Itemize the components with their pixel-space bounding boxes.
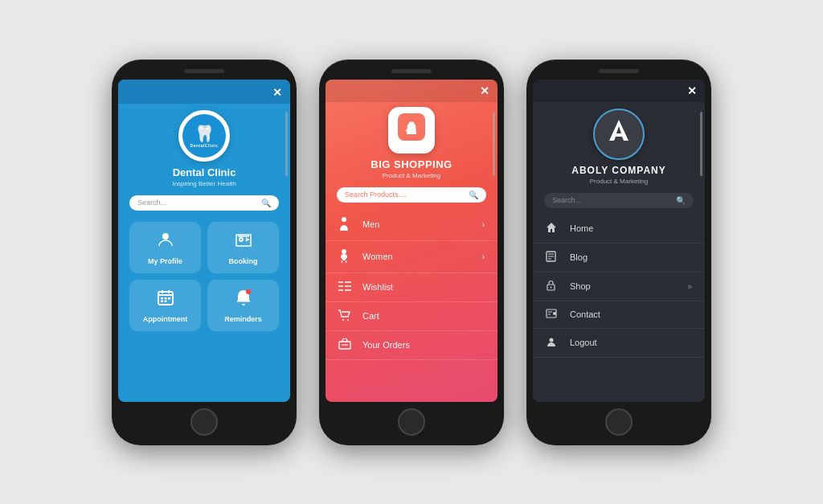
- svg-rect-7: [164, 300, 166, 302]
- aboly-search-placeholder: Search...: [552, 196, 676, 204]
- aboly-scrollbar: [700, 112, 702, 176]
- shopping-search-placeholder: Search Products....: [345, 191, 469, 199]
- women-icon: [338, 248, 354, 265]
- svg-point-31: [553, 312, 556, 315]
- dental-logo-wrap: 🦷 DentalClinic: [178, 110, 230, 162]
- women-chevron: ›: [482, 252, 485, 261]
- cart-icon: [338, 309, 354, 323]
- shopping-menu-list: Men › Women ›: [326, 206, 497, 402]
- blog-icon: [546, 251, 562, 264]
- dental-close-button[interactable]: ✕: [272, 86, 282, 99]
- dental-subtitle: Inspiring Better Health: [172, 180, 235, 187]
- dental-logo-text: DentalClinic: [190, 143, 219, 148]
- phones-container: ✕ 🦷 DentalClinic Dental Clinic Inspiring…: [96, 43, 727, 461]
- logout-icon: [546, 336, 562, 350]
- dental-home-button[interactable]: [190, 408, 218, 436]
- shopping-title: BIG SHOPPING: [371, 158, 452, 170]
- men-chevron: ›: [482, 220, 485, 229]
- svg-point-19: [347, 319, 349, 321]
- dental-menu-appointment[interactable]: Appointment: [129, 280, 201, 331]
- dental-reminders-label: Reminders: [224, 315, 262, 323]
- shopping-header: ✕: [326, 80, 497, 102]
- dental-header: ✕: [118, 80, 290, 104]
- home-label: Home: [570, 223, 692, 233]
- aboly-home-button[interactable]: [605, 408, 633, 436]
- svg-point-8: [246, 289, 251, 294]
- svg-rect-3: [161, 297, 163, 300]
- phone-screen-aboly: ✕ ABOLY COMPANY Product & Marketing Sear…: [533, 80, 705, 402]
- aboly-header: ✕: [533, 80, 705, 102]
- phone-shopping: ✕ BIG SHOPPING Product & Marketing: [319, 59, 504, 445]
- dental-booking-label: Booking: [229, 257, 258, 265]
- shopping-logo-wrap: [388, 107, 435, 154]
- wishlist-icon: [338, 281, 354, 294]
- dental-logo-inner: 🦷 DentalClinic: [182, 114, 226, 158]
- aboly-menu-logout[interactable]: Logout: [533, 329, 705, 358]
- svg-point-32: [550, 338, 554, 342]
- svg-point-10: [342, 217, 346, 222]
- svg-rect-5: [168, 297, 170, 300]
- svg-point-0: [162, 233, 169, 240]
- shopping-menu-men[interactable]: Men ›: [326, 209, 497, 241]
- wishlist-label: Wishlist: [362, 282, 485, 292]
- aboly-screen: ✕ ABOLY COMPANY Product & Marketing Sear…: [533, 80, 705, 402]
- aboly-menu-list: Home Blog: [533, 211, 705, 402]
- aboly-menu-contact[interactable]: Contact: [533, 301, 705, 329]
- dental-menu-reminders[interactable]: Reminders: [207, 280, 279, 331]
- shop-lock-icon: [546, 280, 562, 293]
- aboly-menu-shop[interactable]: Shop »: [533, 272, 705, 301]
- shopping-home-button[interactable]: [398, 408, 425, 436]
- dental-menu-grid: My Profile Booking: [118, 215, 290, 338]
- dental-search-bar[interactable]: Search... 🔍: [129, 195, 279, 211]
- phone-speaker-2: [391, 69, 432, 73]
- dental-menu-booking[interactable]: Booking: [207, 222, 279, 273]
- aboly-menu-home[interactable]: Home: [533, 215, 705, 244]
- aboly-close-button[interactable]: ✕: [687, 84, 697, 97]
- shopping-screen: ✕ BIG SHOPPING Product & Marketing: [326, 80, 497, 402]
- shopping-menu-orders[interactable]: Your Orders: [326, 331, 497, 360]
- shopping-search-icon: 🔍: [469, 191, 478, 199]
- aboly-menu-blog[interactable]: Blog: [533, 244, 705, 272]
- shopping-subtitle: Product & Marketing: [383, 172, 440, 179]
- dental-menu-my-profile[interactable]: My Profile: [129, 222, 201, 273]
- men-icon: [338, 216, 354, 233]
- phone-screen-shopping: ✕ BIG SHOPPING Product & Marketing: [326, 80, 497, 402]
- shopping-menu-cart[interactable]: Cart: [326, 302, 497, 331]
- dental-appointment-label: Appointment: [143, 315, 188, 323]
- svg-rect-6: [161, 300, 163, 302]
- tooth-icon: 🦷: [194, 124, 215, 143]
- svg-point-18: [342, 319, 344, 321]
- aboly-search-bar[interactable]: Search... 🔍: [544, 193, 694, 208]
- aboly-search-icon: 🔍: [676, 196, 686, 205]
- contact-label: Contact: [570, 309, 692, 319]
- aboly-subtitle: Product & Marketing: [590, 178, 648, 185]
- orders-icon: [338, 338, 354, 352]
- reminders-icon: [234, 288, 253, 312]
- dental-title: Dental Clinic: [173, 166, 236, 178]
- profile-icon: [156, 230, 175, 254]
- booking-icon: [234, 230, 253, 254]
- svg-point-27: [551, 286, 552, 288]
- phone-dental: ✕ 🦷 DentalClinic Dental Clinic Inspiring…: [112, 59, 297, 445]
- svg-point-11: [342, 249, 346, 254]
- shopping-menu-women[interactable]: Women ›: [326, 241, 497, 273]
- contact-icon: [546, 309, 562, 321]
- phone-speaker-3: [599, 69, 639, 73]
- aboly-title: ABOLY COMPANY: [571, 165, 665, 176]
- shop-label: Shop: [570, 281, 687, 291]
- aboly-logo-wrap: [593, 109, 645, 160]
- aboly-logo-icon: [604, 117, 633, 151]
- dental-search-icon: 🔍: [261, 199, 271, 207]
- home-icon: [546, 222, 562, 236]
- phone-screen-dental: ✕ 🦷 DentalClinic Dental Clinic Inspiring…: [118, 80, 290, 402]
- logout-label: Logout: [570, 338, 692, 347]
- phone-speaker-1: [184, 69, 224, 73]
- shopping-close-button[interactable]: ✕: [480, 84, 489, 97]
- cart-label: Cart: [362, 311, 485, 321]
- dental-my-profile-label: My Profile: [148, 257, 182, 265]
- shopping-bag-icon: [398, 113, 425, 146]
- shopping-scrollbar: [493, 112, 495, 176]
- shopping-search-bar[interactable]: Search Products.... 🔍: [337, 187, 486, 203]
- women-label: Women: [362, 252, 482, 261]
- shopping-menu-wishlist[interactable]: Wishlist: [326, 273, 497, 302]
